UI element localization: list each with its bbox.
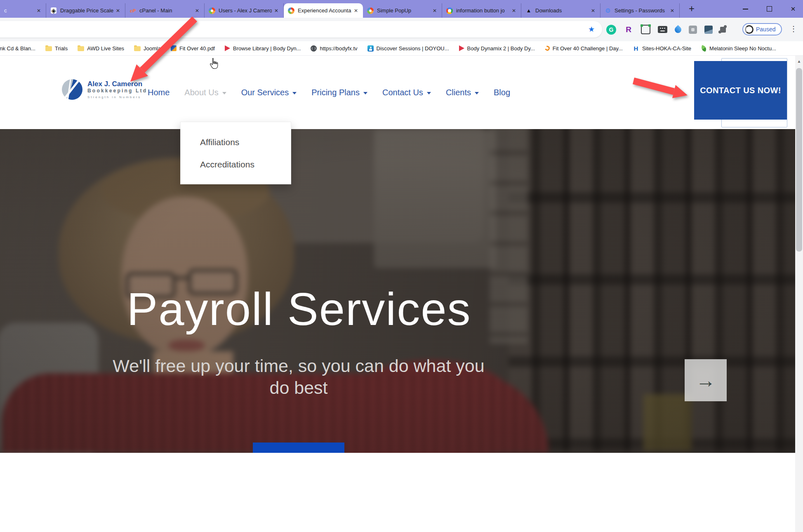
browser-menu-icon[interactable]: ⋮ (790, 24, 797, 33)
bookmark-item[interactable]: ank Cd & Blan... (0, 45, 35, 52)
pdf-icon (171, 45, 177, 51)
bottom-content-section (0, 453, 795, 532)
bookmark-label: Melatonin Sleep No Noctu... (709, 45, 776, 52)
bookmark-label: Browse Library | Body Dyn... (233, 45, 301, 52)
tab[interactable]: cPanel - Main✕ (125, 3, 205, 18)
close-icon[interactable]: ✕ (790, 6, 796, 12)
nav-item-blog[interactable]: Blog (494, 88, 510, 97)
tab-close-icon[interactable]: ✕ (590, 7, 596, 14)
maximize-icon[interactable] (766, 6, 772, 12)
nav-item-pricing-plans[interactable]: Pricing Plans (311, 88, 367, 97)
page-scrollbar[interactable]: ▲ (795, 56, 803, 532)
nav-item-contact-us[interactable]: Contact Us (382, 88, 431, 97)
bookmark-label: Fit Over 40.pdf (179, 45, 215, 52)
tab-close-icon[interactable]: ✕ (511, 7, 517, 14)
contact-us-now-button[interactable]: CONTACT US NOW! (694, 61, 787, 120)
tab[interactable]: Draggable Price Scale✕ (46, 3, 125, 18)
tab-title: Simple PopUp (377, 7, 430, 14)
bookmark-item[interactable]: Body Dynamix 2 | Body Dy... (459, 45, 535, 52)
joomla-icon (367, 7, 374, 14)
folder-icon (78, 46, 84, 51)
joomla-icon (209, 7, 215, 14)
nav-item-clients[interactable]: Clients (446, 88, 479, 97)
tab-title: Downloads (535, 7, 589, 14)
extensions-row (606, 18, 726, 41)
tab[interactable]: c✕ (0, 3, 46, 18)
folder-icon (45, 46, 52, 51)
tab-close-icon[interactable]: ✕ (432, 7, 438, 14)
bookmark-item[interactable]: Browse Library | Body Dyn... (225, 45, 301, 52)
nav-item-label: Clients (446, 88, 471, 97)
bookmark-label: ank Cd & Blan... (0, 45, 35, 52)
tab-title: Draggable Price Scale (60, 7, 113, 14)
profile-paused-chip[interactable]: Paused (742, 23, 782, 35)
tab-title: information button jo (456, 7, 509, 14)
bookmark-item[interactable]: Discover Sessions | DOYOU... (367, 45, 449, 52)
tab[interactable]: Downloads✕ (521, 3, 600, 18)
tab[interactable]: information button jo✕ (442, 3, 521, 18)
dynamix-icon (459, 45, 464, 51)
address-bar[interactable] (0, 21, 602, 38)
bookmark-item[interactable]: Melatonin Sleep No Noctu... (701, 45, 776, 52)
tab-close-icon[interactable]: ✕ (353, 7, 359, 14)
folder-icon (134, 46, 141, 51)
chevron-down-icon (475, 92, 479, 94)
drop-icon[interactable] (673, 25, 683, 34)
next-slide-button[interactable]: → (685, 359, 727, 401)
chevron-down-icon (222, 92, 226, 94)
site-logo[interactable]: Alex J. Cameron Bookkeeping Ltd Strength… (62, 79, 147, 100)
bookmark-item[interactable]: Fit Over 40.pdf (171, 45, 215, 52)
tab-close-icon[interactable]: ✕ (115, 7, 121, 14)
tab[interactable]: Settings - Passwords✕ (600, 3, 680, 18)
keyboard-icon[interactable] (658, 26, 667, 33)
r-ext-icon[interactable] (624, 25, 633, 35)
paused-label: Paused (756, 26, 775, 33)
bookmark-item[interactable]: Fit Over 40 Challenge | Day... (545, 45, 623, 52)
globe-icon (311, 45, 317, 52)
bookmark-item[interactable]: Trials (45, 45, 68, 52)
site-header: Alex J. Cameron Bookkeeping Ltd Strength… (0, 56, 795, 129)
nav-item-home[interactable]: Home (148, 88, 170, 97)
bookmark-item[interactable]: https://bodyfx.tv (311, 45, 357, 52)
tab[interactable]: Users - Alex J Camero✕ (205, 3, 284, 18)
swirl-icon (544, 45, 551, 52)
puzzle-icon[interactable] (720, 27, 726, 33)
minimize-icon[interactable] (742, 6, 749, 12)
main-nav: HomeAbout UsOur ServicesPricing PlansCon… (148, 56, 510, 129)
hero-blue-button-partial[interactable] (253, 443, 344, 453)
dynamix-icon (225, 45, 230, 51)
nav-item-our-services[interactable]: Our Services (241, 88, 297, 97)
tab-close-icon[interactable]: ✕ (273, 7, 279, 14)
nav-item-about-us[interactable]: About Us (184, 88, 226, 97)
tab-close-icon[interactable]: ✕ (669, 7, 675, 14)
chevron-down-icon (292, 92, 297, 94)
scrollbar-thumb[interactable] (796, 68, 802, 252)
tab-close-icon[interactable]: ✕ (36, 7, 42, 14)
tab-title: c (4, 7, 34, 14)
hero-section: Payroll Services We'll free up your time… (0, 129, 795, 453)
image-ext-icon[interactable] (704, 26, 713, 34)
dropdown-item-accreditations[interactable]: Accreditations (181, 153, 291, 176)
tab-active[interactable]: Experienced Accounta✕ (284, 3, 363, 18)
scrollbar-up-icon[interactable]: ▲ (795, 59, 803, 64)
bookmark-label: Sites-HOKA-CA-Site (642, 45, 691, 52)
right-arrow-icon: → (696, 369, 716, 392)
tab-close-icon[interactable]: ✕ (194, 7, 200, 14)
grammarly-icon[interactable] (606, 25, 616, 35)
bookmark-item[interactable]: AWD Live Sites (78, 45, 124, 52)
bookmark-star-icon[interactable]: ★ (588, 25, 595, 34)
screenshot-icon[interactable] (641, 25, 650, 34)
new-tab-button[interactable]: + (685, 2, 698, 15)
tab[interactable]: Simple PopUp✕ (363, 3, 442, 18)
chevron-down-icon (427, 92, 431, 94)
logo-name: Alex J. Cameron (87, 80, 147, 88)
bookmark-label: Discover Sessions | DOYOU... (377, 45, 449, 52)
browser-window: c✕Draggable Price Scale✕cPanel - Main✕Us… (0, 0, 803, 532)
bookmark-item[interactable]: Joomla (134, 45, 161, 52)
bookmarks-bar: ank Cd & Blan...TrialsAWD Live SitesJoom… (0, 41, 803, 56)
gray-ext-icon[interactable] (689, 26, 697, 34)
dropdown-item-affiliations[interactable]: Affiliations (181, 131, 291, 153)
tab-title: Settings - Passwords (615, 7, 668, 14)
bookmark-item[interactable]: Sites-HOKA-CA-Site (633, 45, 691, 52)
joomla-icon (288, 7, 294, 14)
